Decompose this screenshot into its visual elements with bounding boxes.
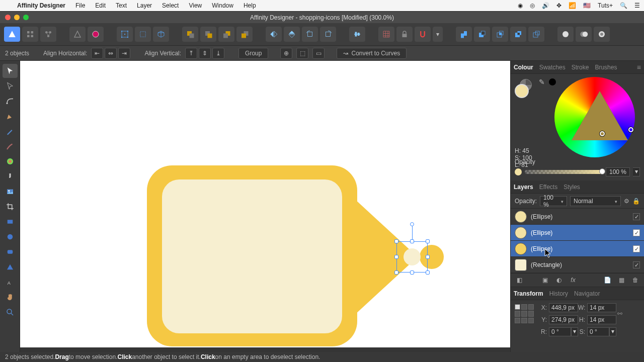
tab-history[interactable]: History xyxy=(549,290,568,297)
colour-wheel[interactable] xyxy=(554,77,635,157)
tab-swatches[interactable]: Swatches xyxy=(539,64,566,71)
resize-handle-ml[interactable] xyxy=(394,255,398,259)
menu-help[interactable]: Help xyxy=(238,2,261,9)
layer-list[interactable]: (Ellipse) ✓ (Ellipse) ✓ (Ellipse) ✓ (Rec… xyxy=(511,209,644,273)
dropbox-icon[interactable]: ✥ xyxy=(556,2,561,9)
fx-icon[interactable]: fx xyxy=(569,276,578,285)
zoom-tool[interactable] xyxy=(3,305,18,319)
align-button[interactable] xyxy=(349,27,365,42)
record-icon[interactable]: ◉ xyxy=(518,2,523,9)
align-top-button[interactable]: ⤒ xyxy=(185,48,197,59)
rotation-handle[interactable] xyxy=(410,222,414,226)
tab-navigator[interactable]: Navigator xyxy=(574,290,600,297)
pan-tool[interactable] xyxy=(3,290,18,304)
align-vcenter-button[interactable]: ⇕ xyxy=(199,48,211,59)
layer-opacity-field[interactable]: 100 % xyxy=(540,196,567,206)
layer-name[interactable]: (Ellipse) xyxy=(531,213,629,220)
insert-behind-button[interactable] xyxy=(576,27,592,42)
persona-designer-button[interactable] xyxy=(4,27,20,42)
opacity-slider-knob[interactable] xyxy=(599,168,605,174)
w-field[interactable]: 14 px xyxy=(587,303,616,312)
flip-horizontal-button[interactable] xyxy=(266,27,282,42)
tab-brushes[interactable]: Brushes xyxy=(595,64,617,71)
edit-all-layers-icon[interactable]: ◧ xyxy=(515,276,524,285)
bool-divide-button[interactable] xyxy=(528,27,544,42)
pen-tool[interactable] xyxy=(3,109,18,123)
move-tool[interactable] xyxy=(3,64,18,78)
flip-vertical-button[interactable] xyxy=(284,27,300,42)
layer-row[interactable]: (Ellipse) ✓ xyxy=(511,209,644,225)
snap-grid-button[interactable] xyxy=(117,27,133,42)
menu-edit[interactable]: Edit xyxy=(90,2,111,9)
y-field[interactable]: 274,9 px xyxy=(549,315,578,324)
pencil-tool[interactable] xyxy=(3,124,18,138)
snap-pixel-button[interactable] xyxy=(135,27,151,42)
opacity-value-field[interactable]: 100 % xyxy=(606,167,630,176)
s-field[interactable]: 0 ° xyxy=(587,327,609,336)
rectangle-tool[interactable] xyxy=(3,215,18,229)
layer-fx-icon[interactable]: ⚙ xyxy=(624,198,629,205)
snapping-toggle-button[interactable] xyxy=(415,27,431,42)
r-dropdown[interactable]: ▾ xyxy=(571,327,578,336)
bool-intersect-button[interactable] xyxy=(492,27,508,42)
layer-row[interactable]: (Ellipse) ✓ xyxy=(511,241,644,257)
selected-ellipse-object[interactable] xyxy=(404,248,421,265)
split-view-button[interactable] xyxy=(88,27,104,42)
anchor-picker[interactable] xyxy=(515,304,534,323)
insert-inside-button[interactable] xyxy=(594,27,610,42)
show-rotation-center-button[interactable]: ⊕ xyxy=(280,48,292,59)
r-field[interactable]: 0 ° xyxy=(549,327,571,336)
opacity-dropdown[interactable]: ▾ xyxy=(633,167,640,176)
sl-handle[interactable] xyxy=(600,131,605,136)
menu-window[interactable]: Window xyxy=(207,2,238,9)
hue-handle[interactable] xyxy=(628,127,633,132)
menu-text[interactable]: Text xyxy=(111,2,132,9)
rotate-ccw-button[interactable] xyxy=(302,27,318,42)
layer-row[interactable]: (Ellipse) ✓ xyxy=(511,225,644,241)
tab-stroke[interactable]: Stroke xyxy=(572,64,589,71)
rotate-cw-button[interactable] xyxy=(320,27,336,42)
layer-visibility-checkbox[interactable]: ✓ xyxy=(633,213,640,220)
bool-add-button[interactable] xyxy=(456,27,472,42)
resize-handle-tm[interactable] xyxy=(410,239,414,243)
layer-visibility-checkbox[interactable]: ✓ xyxy=(633,261,640,268)
resize-handle-br[interactable] xyxy=(426,270,430,275)
tag-inner-rectangle[interactable] xyxy=(162,179,342,333)
layer-row[interactable]: (Rectangle) ✓ xyxy=(511,257,644,273)
brush-tool[interactable] xyxy=(3,139,18,153)
link-dimensions-icon[interactable]: ⚯ xyxy=(616,310,623,317)
resize-handle-mr[interactable] xyxy=(426,255,430,259)
menu-layer[interactable]: Layer xyxy=(132,2,157,9)
align-left-button[interactable]: ⇤ xyxy=(91,48,103,59)
ellipse-tool[interactable] xyxy=(3,230,18,244)
hide-selection-button[interactable]: ⬚ xyxy=(296,48,308,59)
persona-export-button[interactable] xyxy=(40,27,56,42)
snap-3d-button[interactable] xyxy=(153,27,169,42)
notifications-icon[interactable]: ☰ xyxy=(634,2,640,9)
corner-tool[interactable] xyxy=(3,94,18,108)
menu-file[interactable]: File xyxy=(70,2,90,9)
panel-menu-icon[interactable]: ≡ xyxy=(637,63,641,71)
arrange-forward-button[interactable] xyxy=(200,27,216,42)
opacity-slider[interactable] xyxy=(525,170,603,174)
mask-icon[interactable]: ▣ xyxy=(540,276,549,285)
app-name[interactable]: Affinity Designer xyxy=(12,2,70,9)
menu-view[interactable]: View xyxy=(184,2,207,9)
add-pixel-layer-icon[interactable]: ▦ xyxy=(617,276,626,285)
resize-handle-tl[interactable] xyxy=(394,239,398,243)
canvas-area[interactable] xyxy=(20,61,510,352)
layer-name[interactable]: (Ellipse) xyxy=(531,245,629,252)
resize-handle-bm[interactable] xyxy=(410,270,414,275)
text-tool[interactable]: A xyxy=(3,275,18,289)
arrange-backward-button[interactable] xyxy=(218,27,234,42)
layer-visibility-checkbox[interactable]: ✓ xyxy=(633,245,640,252)
cc-icon[interactable]: ◎ xyxy=(530,2,535,9)
tab-transform[interactable]: Transform xyxy=(514,290,543,297)
artboard[interactable] xyxy=(20,61,510,347)
wifi-icon[interactable]: 📶 xyxy=(569,2,576,9)
fill-stroke-swatch[interactable] xyxy=(515,79,534,98)
add-layer-icon[interactable]: 📄 xyxy=(603,276,612,285)
selection-bounding-box[interactable] xyxy=(396,241,428,273)
arrange-front-button[interactable] xyxy=(182,27,198,42)
triangle-tool[interactable] xyxy=(3,260,18,274)
